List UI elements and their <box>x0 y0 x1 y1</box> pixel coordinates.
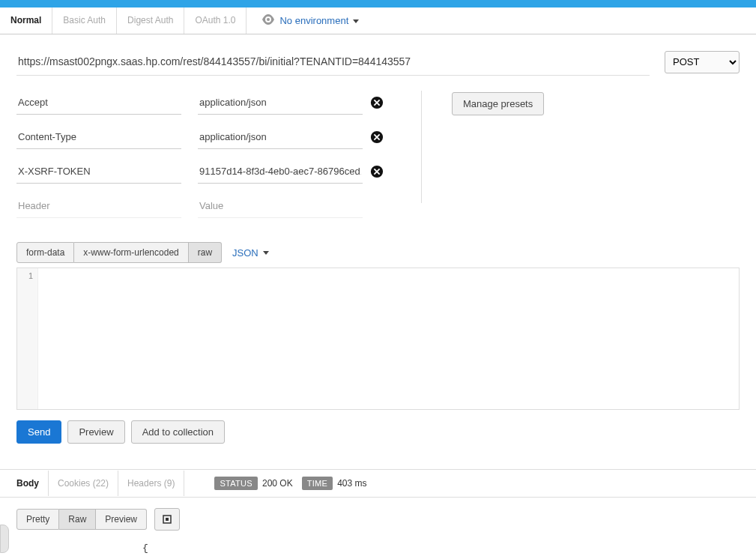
response-tab-body[interactable]: Body <box>7 471 48 496</box>
editor-gutter: 1 <box>17 268 38 409</box>
tab-oauth[interactable]: OAuth 1.0 <box>184 7 247 34</box>
status-value: 200 OK <box>262 478 293 489</box>
divider <box>421 91 422 203</box>
header-value-input[interactable] <box>198 160 363 184</box>
header-key-input[interactable] <box>16 160 181 184</box>
method-select[interactable]: POST <box>665 51 740 73</box>
preview-button[interactable]: Preview <box>67 420 124 444</box>
header-value-input[interactable] <box>198 125 363 149</box>
line-number: 1 <box>28 271 33 280</box>
view-preview[interactable]: Preview <box>96 509 147 530</box>
add-to-collection-button[interactable]: Add to collection <box>131 420 225 444</box>
header-key-input[interactable] <box>16 125 181 149</box>
header-key-input[interactable] <box>16 194 181 218</box>
body-type-raw[interactable]: raw <box>189 242 222 263</box>
time-badge: TIME <box>302 477 333 490</box>
close-circle-icon <box>370 96 384 109</box>
response-tab-headers[interactable]: Headers (9) <box>118 471 184 496</box>
manage-presets-button[interactable]: Manage presets <box>452 92 544 115</box>
clipboard-icon <box>162 514 172 525</box>
tab-normal[interactable]: Normal <box>0 7 52 34</box>
auth-tabs: Normal Basic Auth Digest Auth OAuth 1.0 … <box>0 7 756 34</box>
body-type-group: form-data x-www-form-urlencoded raw <box>16 242 222 263</box>
tab-basic-auth[interactable]: Basic Auth <box>52 7 117 34</box>
view-pretty[interactable]: Pretty <box>16 509 59 530</box>
view-mode-group: Pretty Raw Preview <box>16 509 147 530</box>
body-format-selector[interactable]: JSON <box>232 247 269 259</box>
status-area: STATUS 200 OK TIME 403 ms <box>214 477 366 490</box>
chevron-down-icon <box>353 19 359 23</box>
time-value: 403 ms <box>337 478 366 489</box>
response-tabs: Body Cookies (22) Headers (9) STATUS 200… <box>0 469 756 498</box>
svg-point-0 <box>267 18 270 21</box>
header-row <box>16 160 391 184</box>
environment-label: No environment <box>279 15 348 26</box>
remove-header-button[interactable] <box>370 165 384 178</box>
header-key-input[interactable] <box>16 91 181 115</box>
svg-rect-5 <box>166 518 169 521</box>
response-body: { "Status": "SUCCESS", "SyncId": "1a589d… <box>142 541 740 559</box>
eye-icon[interactable] <box>261 14 275 27</box>
body-type-form-data[interactable]: form-data <box>16 242 74 263</box>
header-row-empty <box>16 194 391 218</box>
response-line: { <box>142 541 740 556</box>
side-handle[interactable] <box>0 525 9 553</box>
environment-selector[interactable]: No environment <box>279 15 358 26</box>
tab-digest-auth[interactable]: Digest Auth <box>117 7 184 34</box>
send-button[interactable]: Send <box>16 420 61 444</box>
close-circle-icon <box>370 130 384 144</box>
remove-header-button[interactable] <box>370 96 384 109</box>
body-type-urlencoded[interactable]: x-www-form-urlencoded <box>74 242 188 263</box>
remove-header-button[interactable] <box>370 130 384 144</box>
body-format-label: JSON <box>232 247 258 259</box>
response-line: "Status": "SUCCESS", <box>142 556 740 560</box>
url-input[interactable] <box>16 48 650 76</box>
header-value-input[interactable] <box>198 91 363 115</box>
header-value-input[interactable] <box>198 194 363 218</box>
request-body-editor[interactable]: 1 <box>16 268 740 410</box>
editor-content[interactable] <box>38 268 739 409</box>
top-bar <box>0 0 756 7</box>
chevron-down-icon <box>263 251 269 255</box>
response-tab-cookies[interactable]: Cookies (22) <box>48 471 118 496</box>
headers-table <box>16 91 391 229</box>
copy-response-button[interactable] <box>154 508 180 531</box>
view-raw[interactable]: Raw <box>59 509 96 530</box>
status-badge: STATUS <box>214 477 258 490</box>
header-row <box>16 125 391 149</box>
close-circle-icon <box>370 165 384 178</box>
header-row <box>16 91 391 115</box>
